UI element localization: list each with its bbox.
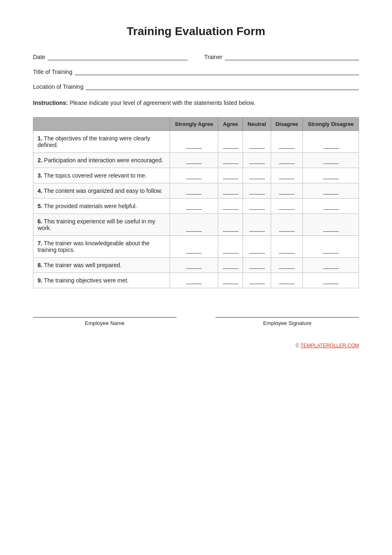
- blank-line: [186, 148, 202, 149]
- answer-strongly-agree: [170, 258, 218, 273]
- blank-line: [249, 194, 265, 194]
- table-row: 9. The training objectives were met.: [33, 273, 359, 288]
- table-row: 8. The trainer was well prepared.: [33, 258, 359, 273]
- statement-number: 3.: [38, 172, 43, 179]
- location-of-training-label: Location of Training: [33, 83, 83, 90]
- answer-neutral: [243, 131, 271, 153]
- instructions-body: Please indicate your level of agreement …: [68, 100, 255, 106]
- statement-cell: 6. This training experience will be usef…: [33, 214, 170, 236]
- table-row: 7. The trainer was knowledgeable about t…: [33, 236, 359, 258]
- table-row: 6. This training experience will be usef…: [33, 214, 359, 236]
- statement-number: 6.: [38, 218, 43, 225]
- blank-line: [186, 164, 202, 164]
- answer-strongly-disagree: [303, 273, 359, 288]
- answer-strongly-disagree: [303, 153, 359, 168]
- answer-disagree: [271, 214, 303, 236]
- blank-line: [279, 179, 295, 179]
- header-strongly-disagree: Strongly Disagree: [303, 118, 359, 131]
- statement-cell: 4. The content was organized and easy to…: [33, 183, 170, 199]
- title-of-training-row: Title of Training: [33, 68, 359, 75]
- answer-agree: [218, 131, 243, 153]
- blank-line: [279, 164, 295, 164]
- answer-neutral: [243, 183, 271, 199]
- blank-line: [186, 194, 202, 194]
- answer-agree: [218, 168, 243, 183]
- blank-line: [186, 179, 202, 179]
- answer-neutral: [243, 214, 271, 236]
- date-trainer-row: Date Trainer: [33, 53, 359, 60]
- instructions-block: Instructions: Please indicate your level…: [33, 98, 359, 107]
- answer-strongly-disagree: [303, 214, 359, 236]
- answer-neutral: [243, 273, 271, 288]
- statement-cell: 7. The trainer was knowledgeable about t…: [33, 236, 170, 258]
- trainer-line: [225, 53, 359, 60]
- answer-strongly-agree: [170, 214, 218, 236]
- answer-agree: [218, 258, 243, 273]
- blank-line: [249, 253, 265, 254]
- date-label: Date: [33, 54, 45, 60]
- header-statement: [33, 118, 170, 131]
- statement-number: 2.: [38, 157, 43, 164]
- instructions-prefix: Instructions:: [33, 100, 68, 106]
- statement-cell: 9. The training objectives were met.: [33, 273, 170, 288]
- statement-number: 4.: [38, 187, 43, 194]
- blank-line: [323, 194, 339, 194]
- blank-line: [249, 179, 265, 179]
- table-row: 4. The content was organized and easy to…: [33, 183, 359, 199]
- statement-number: 9.: [38, 277, 43, 284]
- answer-strongly-agree: [170, 168, 218, 183]
- answer-strongly-disagree: [303, 236, 359, 258]
- employee-signature-label: Employee Signature: [263, 320, 312, 326]
- blank-line: [223, 179, 239, 179]
- answer-disagree: [271, 183, 303, 199]
- blank-line: [223, 253, 239, 254]
- employee-signature-block: Employee Signature: [215, 317, 359, 326]
- answer-agree: [218, 153, 243, 168]
- blank-line: [186, 231, 202, 232]
- answer-strongly-agree: [170, 199, 218, 214]
- answer-disagree: [271, 153, 303, 168]
- location-of-training-row: Location of Training: [33, 83, 359, 90]
- blank-line: [249, 231, 265, 232]
- blank-line: [323, 231, 339, 232]
- statement-number: 7.: [38, 240, 43, 247]
- answer-disagree: [271, 199, 303, 214]
- blank-line: [249, 209, 265, 210]
- answer-strongly-disagree: [303, 131, 359, 153]
- header-strongly-agree: Strongly Agree: [170, 118, 218, 131]
- blank-line: [249, 284, 265, 284]
- blank-line: [279, 268, 295, 269]
- footer-link[interactable]: TEMPLATEROLLER.COM: [300, 343, 359, 349]
- location-of-training-line: [86, 83, 359, 90]
- answer-agree: [218, 183, 243, 199]
- statement-cell: 2. Participation and interaction were en…: [33, 153, 170, 168]
- blank-line: [186, 284, 202, 284]
- statement-cell: 3. The topics covered were relevant to m…: [33, 168, 170, 183]
- blank-line: [323, 148, 339, 149]
- blank-line: [249, 148, 265, 149]
- table-row: 1. The objectives of the training were c…: [33, 131, 359, 153]
- blank-line: [279, 194, 295, 194]
- answer-disagree: [271, 168, 303, 183]
- evaluation-table: Strongly Agree Agree Neutral Disagree St…: [33, 117, 359, 288]
- blank-line: [223, 209, 239, 210]
- blank-line: [186, 209, 202, 210]
- blank-line: [323, 253, 339, 254]
- answer-strongly-disagree: [303, 183, 359, 199]
- blank-line: [186, 253, 202, 254]
- answer-disagree: [271, 273, 303, 288]
- blank-line: [249, 164, 265, 164]
- employee-name-line: [33, 317, 177, 318]
- table-row: 3. The topics covered were relevant to m…: [33, 168, 359, 183]
- trainer-field-group: Trainer: [204, 53, 359, 60]
- title-of-training-label: Title of Training: [33, 69, 72, 75]
- answer-neutral: [243, 168, 271, 183]
- blank-line: [223, 268, 239, 269]
- blank-line: [279, 231, 295, 232]
- answer-disagree: [271, 236, 303, 258]
- statement-number: 5.: [38, 203, 43, 209]
- header-neutral: Neutral: [243, 118, 271, 131]
- answer-strongly-agree: [170, 183, 218, 199]
- signature-section: Employee Name Employee Signature: [33, 313, 359, 326]
- table-row: 5. The provided materials were helpful.: [33, 199, 359, 214]
